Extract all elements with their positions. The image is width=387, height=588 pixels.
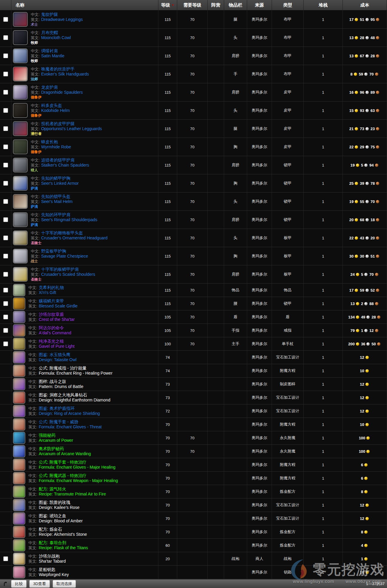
row-checkbox[interactable] xyxy=(3,126,8,131)
item-name-zh[interactable]: 图样: 战斗之鼓 xyxy=(39,379,66,384)
item-icon[interactable] xyxy=(13,267,28,282)
column-header-type[interactable]: 类型 xyxy=(272,0,304,10)
item-icon[interactable] xyxy=(13,472,25,484)
item-name-zh[interactable]: 公式: 附魔武器 - 特效治疗 xyxy=(39,473,87,478)
item-name-zh[interactable]: 配方: 泰坦合剂 xyxy=(39,540,66,545)
row-checkbox[interactable] xyxy=(3,288,8,293)
row-checkbox[interactable] xyxy=(3,17,8,22)
item-icon[interactable] xyxy=(13,338,25,350)
item-name-zh[interactable]: 配方: 源气转火 xyxy=(39,487,66,491)
row-checkbox[interactable] xyxy=(3,35,8,40)
item-name-en[interactable]: Warpforged Key xyxy=(39,572,69,577)
item-name-en[interactable]: Recipe: Transmute Primal Air to Fire xyxy=(39,492,106,496)
item-name-en[interactable]: Kodohide Helm xyxy=(41,108,70,113)
item-name-en[interactable]: Opportunist's Leather Legguards xyxy=(41,126,102,131)
item-icon[interactable] xyxy=(13,526,25,538)
column-header-slot[interactable]: 物品栏 xyxy=(224,0,247,10)
item-name-zh[interactable]: 图鉴: 奥术护盾指环 xyxy=(39,406,75,411)
item-name-zh[interactable]: 纯净圣光之槌 xyxy=(39,339,64,344)
item-name-zh[interactable]: 野蛮板甲护胸 xyxy=(41,249,66,253)
item-name-zh[interactable]: 沙塔尔纹章盾 xyxy=(39,312,64,317)
item-icon[interactable] xyxy=(13,364,25,377)
item-name-zh[interactable]: 先知的锁甲头盔 xyxy=(41,194,71,199)
item-name-en[interactable]: Seer's Ringmail Shoulderpads xyxy=(41,217,97,222)
item-icon[interactable] xyxy=(13,311,25,323)
item-name-en[interactable]: Pattern: Drums of Battle xyxy=(39,384,83,389)
item-name-zh[interactable]: 追猎者的链甲护肩 xyxy=(41,158,75,162)
item-icon[interactable] xyxy=(13,158,28,173)
item-name-zh[interactable]: 阿达尔的命令 xyxy=(39,325,64,330)
item-icon[interactable] xyxy=(13,176,28,191)
item-name-zh[interactable]: 强能秘药 xyxy=(39,433,56,438)
column-header-src[interactable]: 来源 xyxy=(247,0,272,10)
item-name-en[interactable]: Design: Blood of Amber xyxy=(39,518,83,523)
item-name-zh[interactable]: 图鉴: 凯蕾的玫瑰 xyxy=(39,500,71,505)
item-icon[interactable] xyxy=(13,351,25,364)
item-name-zh[interactable]: 星船钥匙 xyxy=(39,567,56,572)
item-name-zh[interactable]: 科多皮头盔 xyxy=(41,103,62,108)
item-icon[interactable] xyxy=(13,67,28,81)
item-name-en[interactable]: Mooncloth Cowl xyxy=(41,35,71,40)
row-checkbox[interactable] xyxy=(3,199,8,204)
item-icon[interactable] xyxy=(13,230,28,245)
item-icon[interactable] xyxy=(13,418,25,431)
item-name-en[interactable]: Evoker's Silk Handguards xyxy=(41,72,89,76)
row-checkbox[interactable] xyxy=(3,108,8,113)
item-name-zh[interactable]: 克希利的礼物 xyxy=(39,285,64,290)
item-name-zh[interactable]: 图鉴: 水玉猫头鹰 xyxy=(39,352,71,357)
item-icon[interactable] xyxy=(13,391,25,404)
item-name-en[interactable]: Savage Plate Chestpiece xyxy=(41,254,88,258)
item-icon[interactable] xyxy=(13,249,28,264)
row-checkbox[interactable] xyxy=(3,144,8,149)
item-name-zh[interactable]: 十字军的雕饰板甲头盔 xyxy=(41,230,83,235)
item-icon[interactable] xyxy=(13,458,25,471)
item-name-en[interactable]: Xi'ri's Gift xyxy=(39,290,56,295)
item-name-en[interactable]: Satin Mantle xyxy=(41,53,65,58)
row-checkbox[interactable] xyxy=(3,272,8,277)
column-header-req[interactable]: 需要等级 xyxy=(177,0,208,10)
column-header-faction[interactable]: 阵营 xyxy=(208,0,224,10)
item-icon[interactable] xyxy=(13,512,25,525)
item-name-zh[interactable]: 公式: 附魔手套 - 威胁 xyxy=(39,419,78,424)
item-name-en[interactable]: Stalker's Chain Spaulders xyxy=(41,163,89,167)
row-checkbox[interactable] xyxy=(3,163,8,167)
row-checkbox[interactable] xyxy=(3,341,8,346)
item-name-en[interactable]: Design: Insightful Earthstorm Diamond xyxy=(39,398,111,402)
item-name-en[interactable]: Design: Kailee's Rose xyxy=(39,505,80,510)
item-name-zh[interactable]: 公式: 附魔手套 - 特效治疗 xyxy=(39,460,87,464)
row-checkbox[interactable] xyxy=(3,301,8,306)
item-name-zh[interactable]: 先知的鳞甲护胸 xyxy=(41,176,71,181)
item-name-en[interactable]: Crusader's Scaled Shoulders xyxy=(41,272,95,277)
back-icon[interactable] xyxy=(2,581,8,587)
item-icon[interactable] xyxy=(13,121,28,136)
row-checkbox[interactable] xyxy=(3,235,8,240)
item-name-en[interactable]: Formula: Enchant Gloves - Threat xyxy=(39,424,102,429)
item-icon[interactable] xyxy=(13,212,28,227)
item-name-zh[interactable]: 配方: 炼金石 xyxy=(39,527,62,532)
item-name-zh[interactable]: 十字军的板鳞甲护肩 xyxy=(41,267,79,272)
item-icon[interactable] xyxy=(13,566,25,578)
item-name-en[interactable]: Design: Talasite Owl xyxy=(39,357,77,362)
item-name-zh[interactable]: 唤魔者的丝质护手 xyxy=(41,67,75,71)
item-name-en[interactable]: Formula: Enchant Weapon - Major Healing xyxy=(39,478,118,483)
item-name-zh[interactable]: 先知的环甲护肩 xyxy=(41,212,71,217)
item-icon[interactable] xyxy=(13,445,25,458)
item-name-zh[interactable]: 赐福鳞片束带 xyxy=(39,298,64,303)
item-name-zh[interactable]: 蟒皮长袍 xyxy=(41,139,58,144)
item-name-zh[interactable]: 奥术防护秘药 xyxy=(39,446,64,451)
item-icon[interactable] xyxy=(13,194,28,209)
item-name-en[interactable]: Crest of the Sha'tar xyxy=(39,317,75,322)
column-header-name[interactable]: 名称 xyxy=(11,0,158,10)
item-name-en[interactable]: Wyrmhide Robe xyxy=(41,144,71,149)
item-name-zh[interactable]: 沙塔尔战袍 xyxy=(39,554,60,558)
item-icon[interactable] xyxy=(13,432,25,444)
item-name-en[interactable]: A'dal's Command xyxy=(39,330,71,335)
item-icon[interactable] xyxy=(13,284,25,296)
row-checkbox[interactable] xyxy=(3,315,8,319)
item-name-en[interactable]: Recipe: Alchemist's Stone xyxy=(39,532,87,537)
item-icon[interactable] xyxy=(13,485,25,498)
row-checkbox[interactable] xyxy=(3,217,8,222)
item-name-en[interactable]: Dreadweave Leggings xyxy=(41,17,83,22)
item-name-en[interactable]: Seer's Linked Armor xyxy=(41,181,79,186)
item-name-en[interactable]: Design: Ring of Arcane Shielding xyxy=(39,411,100,416)
